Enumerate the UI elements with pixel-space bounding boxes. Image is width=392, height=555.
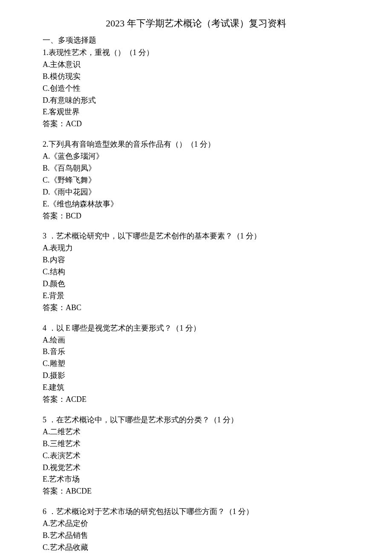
questions-container: 1.表现性艺术，重视（）（1 分）A.主体意识B.模仿现实C.创造个性D.有意味… bbox=[43, 47, 349, 555]
document-title: 2023 年下学期艺术概论（考试课）复习资料 bbox=[43, 17, 349, 30]
question-stem: 艺术概论对于艺术市场的研究包括以下哪些方面？（1 分） bbox=[56, 507, 254, 516]
answer: 答案：ACD bbox=[43, 118, 349, 130]
option: C.《野蜂飞舞》 bbox=[43, 174, 349, 186]
option: E.建筑 bbox=[43, 382, 349, 394]
option: A.主体意识 bbox=[43, 59, 349, 71]
question-block: 4 ．以 E 哪些是视觉艺术的主要形式？（1 分）A.绘画B.音乐C.雕塑D.摄… bbox=[43, 323, 349, 406]
option: E.客观世界 bbox=[43, 106, 349, 118]
option: A.《蓝色多瑙河》 bbox=[43, 151, 349, 163]
option: B.《百鸟朝凤》 bbox=[43, 163, 349, 174]
question-block: 5 ．在艺术概论中，以下哪些是艺术形式的分类？（1 分）A.二维艺术B.三维艺术… bbox=[43, 414, 349, 497]
option: C.创造个性 bbox=[43, 83, 349, 95]
option: A.表现力 bbox=[43, 242, 349, 254]
question-text: 3 ．艺术概论研究中，以下哪些是艺术创作的基本要素？（1 分） bbox=[43, 230, 349, 242]
question-text: 1.表现性艺术，重视（）（1 分） bbox=[43, 47, 349, 59]
question-stem: 表现性艺术，重视（）（1 分） bbox=[49, 48, 154, 57]
option: E.背景 bbox=[43, 290, 349, 302]
question-stem: 艺术概论研究中，以下哪些是艺术创作的基本要素？（1 分） bbox=[56, 232, 262, 240]
question-block: 2.下列具有音响造型效果的音乐作品有（）（1 分）A.《蓝色多瑙河》B.《百鸟朝… bbox=[43, 139, 349, 222]
option: C.表演艺术 bbox=[43, 450, 349, 462]
question-text: 2.下列具有音响造型效果的音乐作品有（）（1 分） bbox=[43, 139, 349, 151]
option: C.结构 bbox=[43, 266, 349, 278]
option: B.内容 bbox=[43, 254, 349, 266]
option: E.艺术市场 bbox=[43, 474, 349, 485]
question-number: 2. bbox=[43, 140, 49, 148]
option: A.艺术品定价 bbox=[43, 518, 349, 530]
option: C.雕塑 bbox=[43, 358, 349, 370]
question-text: 4 ．以 E 哪些是视觉艺术的主要形式？（1 分） bbox=[43, 323, 349, 334]
question-block: 3 ．艺术概论研究中，以下哪些是艺术创作的基本要素？（1 分）A.表现力B.内容… bbox=[43, 230, 349, 314]
option: D.《雨中花园》 bbox=[43, 186, 349, 198]
question-number: 1. bbox=[43, 48, 49, 57]
option: B.音乐 bbox=[43, 346, 349, 358]
option: B.艺术品销售 bbox=[43, 530, 349, 542]
answer: 答案：ACDE bbox=[43, 394, 349, 406]
section-header: 一、多项选择题 bbox=[43, 35, 349, 45]
option: D.有意味的形式 bbox=[43, 95, 349, 107]
option: D.视觉艺术 bbox=[43, 462, 349, 474]
answer: 答案：BCD bbox=[43, 210, 349, 222]
option: A.绘画 bbox=[43, 334, 349, 346]
option: B.三维艺术 bbox=[43, 438, 349, 450]
option: C.艺术品收藏 bbox=[43, 542, 349, 554]
question-text: 6 ．艺术概论对于艺术市场的研究包括以下哪些方面？（1 分） bbox=[43, 506, 349, 518]
question-number: 6 ． bbox=[43, 507, 56, 516]
option: B.模仿现实 bbox=[43, 71, 349, 83]
option: D.颜色 bbox=[43, 278, 349, 290]
question-number: 4 ． bbox=[43, 324, 56, 332]
option: D.摄影 bbox=[43, 370, 349, 382]
question-stem: 以 E 哪些是视觉艺术的主要形式？（1 分） bbox=[56, 324, 201, 332]
option: A.二维艺术 bbox=[43, 426, 349, 438]
question-block: 1.表现性艺术，重视（）（1 分）A.主体意识B.模仿现实C.创造个性D.有意味… bbox=[43, 47, 349, 130]
question-block: 6 ．艺术概论对于艺术市场的研究包括以下哪些方面？（1 分）A.艺术品定价B.艺… bbox=[43, 506, 349, 555]
question-number: 5 ． bbox=[43, 416, 56, 424]
question-stem: 下列具有音响造型效果的音乐作品有（）（1 分） bbox=[49, 140, 216, 148]
option: E.《维也纳森林故事》 bbox=[43, 198, 349, 210]
answer: 答案：ABC bbox=[43, 302, 349, 314]
question-text: 5 ．在艺术概论中，以下哪些是艺术形式的分类？（1 分） bbox=[43, 414, 349, 426]
question-stem: 在艺术概论中，以下哪些是艺术形式的分类？（1 分） bbox=[56, 416, 239, 424]
answer: 答案：ABCDE bbox=[43, 485, 349, 497]
question-number: 3 ． bbox=[43, 232, 56, 240]
